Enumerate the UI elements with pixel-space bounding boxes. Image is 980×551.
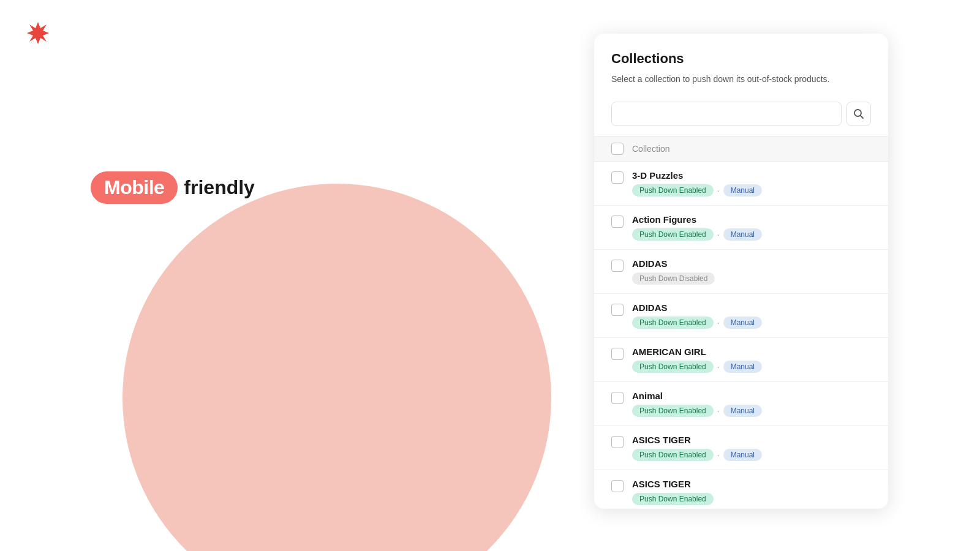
status-badge: Push Down Enabled (632, 184, 714, 197)
item-checkbox[interactable] (611, 480, 624, 492)
item-badges: Push Down Enabled·Manual (632, 184, 762, 197)
search-input-wrap (611, 102, 842, 126)
item-checkbox[interactable] (611, 171, 624, 184)
item-name: AMERICAN GIRL (632, 347, 762, 357)
item-checkbox[interactable] (611, 304, 624, 316)
collection-item[interactable]: Action FiguresPush Down Enabled·Manual (594, 206, 888, 250)
badge-separator: · (717, 407, 720, 415)
status-badge: Push Down Enabled (632, 449, 714, 461)
item-name: ASICS TIGER (632, 435, 762, 445)
collection-item[interactable]: ADIDASPush Down Enabled·Manual (594, 294, 888, 338)
mode-badge: Manual (723, 405, 762, 417)
item-content: ADIDASPush Down Enabled·Manual (632, 302, 762, 329)
item-badges: Push Down Disabled (632, 272, 715, 285)
item-badges: Push Down Enabled·Manual (632, 361, 762, 373)
mobile-badge: Mobile (91, 171, 178, 204)
badge-separator: · (717, 318, 720, 327)
badge-separator: · (717, 230, 720, 239)
item-content: 3-D PuzzlesPush Down Enabled·Manual (632, 170, 762, 197)
panel-subtitle: Select a collection to push down its out… (611, 73, 871, 86)
status-badge: Push Down Enabled (632, 228, 714, 241)
item-content: ASICS TIGERPush Down Enabled (632, 479, 714, 505)
svg-line-1 (861, 116, 864, 119)
item-badges: Push Down Enabled·Manual (632, 228, 762, 241)
tagline: Mobile friendly (91, 171, 255, 204)
item-name: ADIDAS (632, 258, 715, 269)
badge-separator: · (717, 451, 720, 459)
item-name: ADIDAS (632, 302, 762, 313)
badge-separator: · (717, 362, 720, 371)
item-name: 3-D Puzzles (632, 170, 762, 181)
item-badges: Push Down Enabled·Manual (632, 449, 762, 461)
item-name: Animal (632, 391, 762, 401)
item-checkbox[interactable] (611, 348, 624, 360)
search-button[interactable] (846, 102, 871, 126)
mode-badge: Manual (723, 361, 762, 373)
collection-item[interactable]: ASICS TIGERPush Down Enabled·Manual (594, 426, 888, 470)
collection-list: 3-D PuzzlesPush Down Enabled·ManualActio… (594, 162, 888, 509)
collection-item[interactable]: AMERICAN GIRLPush Down Enabled·Manual (594, 338, 888, 382)
item-checkbox[interactable] (611, 436, 624, 448)
collection-item[interactable]: AnimalPush Down Enabled·Manual (594, 382, 888, 426)
item-content: Action FiguresPush Down Enabled·Manual (632, 214, 762, 241)
item-badges: Push Down Enabled (632, 493, 714, 505)
item-name: ASICS TIGER (632, 479, 714, 489)
collections-panel: Collections Select a collection to push … (594, 34, 888, 509)
badge-separator: · (717, 186, 720, 195)
mode-badge: Manual (723, 184, 762, 197)
item-content: ADIDASPush Down Disabled (632, 258, 715, 285)
mode-badge: Manual (723, 449, 762, 461)
item-name: Action Figures (632, 214, 762, 225)
header-label: Collection (632, 144, 669, 154)
status-badge: Push Down Enabled (632, 317, 714, 329)
collection-item[interactable]: 3-D PuzzlesPush Down Enabled·Manual (594, 162, 888, 206)
status-badge: Push Down Enabled (632, 405, 714, 417)
panel-title: Collections (611, 51, 871, 67)
status-badge: Push Down Enabled (632, 361, 714, 373)
item-content: AMERICAN GIRLPush Down Enabled·Manual (632, 347, 762, 373)
item-checkbox[interactable] (611, 260, 624, 272)
search-input[interactable] (611, 102, 842, 126)
collection-item[interactable]: ADIDASPush Down Disabled (594, 250, 888, 294)
header-checkbox[interactable] (611, 143, 624, 155)
status-badge: Push Down Enabled (632, 493, 714, 505)
item-checkbox[interactable] (611, 392, 624, 404)
panel-header: Collections Select a collection to push … (594, 34, 888, 96)
app-logo (22, 17, 54, 51)
search-icon (853, 108, 864, 119)
item-content: ASICS TIGERPush Down Enabled·Manual (632, 435, 762, 461)
status-badge: Push Down Disabled (632, 272, 715, 285)
friendly-text: friendly (178, 176, 255, 199)
search-row (594, 96, 888, 136)
mode-badge: Manual (723, 317, 762, 329)
mode-badge: Manual (723, 228, 762, 241)
collection-table-header: Collection (594, 136, 888, 162)
item-content: AnimalPush Down Enabled·Manual (632, 391, 762, 417)
item-badges: Push Down Enabled·Manual (632, 317, 762, 329)
background-circle (123, 184, 551, 551)
item-badges: Push Down Enabled·Manual (632, 405, 762, 417)
item-checkbox[interactable] (611, 216, 624, 228)
collection-item[interactable]: ASICS TIGERPush Down Enabled (594, 470, 888, 509)
